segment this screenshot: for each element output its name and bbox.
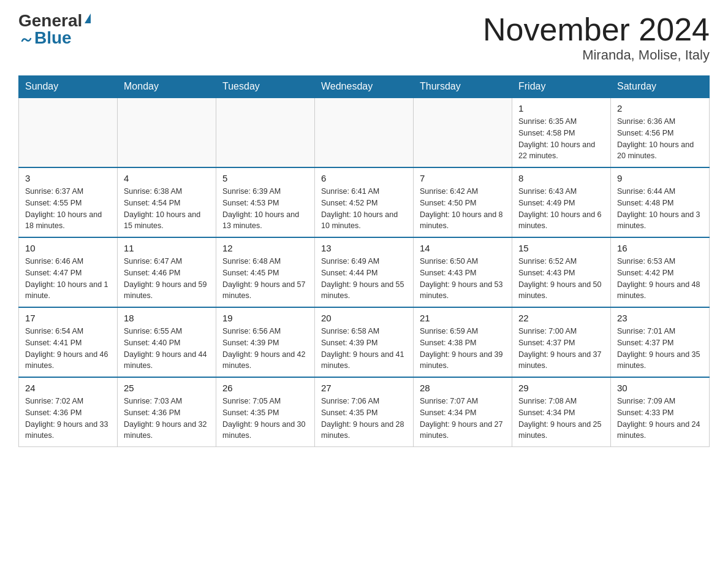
day-info: Sunrise: 6:38 AM Sunset: 4:54 PM Dayligh… — [124, 186, 210, 232]
calendar-cell: 11Sunrise: 6:47 AM Sunset: 4:46 PM Dayli… — [118, 237, 216, 307]
day-number: 9 — [617, 173, 703, 183]
day-number: 4 — [124, 173, 210, 183]
calendar-cell — [19, 98, 118, 167]
calendar-cell: 5Sunrise: 6:39 AM Sunset: 4:53 PM Daylig… — [216, 167, 315, 237]
day-header-tuesday: Tuesday — [216, 76, 315, 98]
day-number: 15 — [518, 243, 604, 253]
day-info: Sunrise: 6:52 AM Sunset: 4:43 PM Dayligh… — [518, 256, 604, 302]
day-info: Sunrise: 7:01 AM Sunset: 4:37 PM Dayligh… — [617, 326, 703, 372]
day-number: 24 — [25, 383, 111, 393]
calendar-cell — [216, 98, 315, 167]
day-number: 1 — [518, 103, 604, 113]
calendar-cell: 24Sunrise: 7:02 AM Sunset: 4:36 PM Dayli… — [19, 377, 118, 447]
day-info: Sunrise: 6:41 AM Sunset: 4:52 PM Dayligh… — [321, 186, 407, 232]
calendar-title: November 2024 — [483, 12, 710, 47]
day-number: 27 — [321, 383, 407, 393]
calendar-cell: 30Sunrise: 7:09 AM Sunset: 4:33 PM Dayli… — [611, 377, 710, 447]
day-number: 3 — [25, 173, 111, 183]
day-header-sunday: Sunday — [19, 76, 118, 98]
logo-general-text: General — [18, 12, 82, 29]
day-number: 18 — [124, 313, 210, 323]
day-info: Sunrise: 6:49 AM Sunset: 4:44 PM Dayligh… — [321, 256, 407, 302]
day-number: 17 — [25, 313, 111, 323]
day-number: 11 — [124, 243, 210, 253]
calendar-cell: 6Sunrise: 6:41 AM Sunset: 4:52 PM Daylig… — [315, 167, 414, 237]
calendar-header-row: SundayMondayTuesdayWednesdayThursdayFrid… — [19, 76, 710, 98]
day-number: 26 — [222, 383, 308, 393]
calendar-cell: 27Sunrise: 7:06 AM Sunset: 4:35 PM Dayli… — [315, 377, 414, 447]
day-info: Sunrise: 7:02 AM Sunset: 4:36 PM Dayligh… — [25, 396, 111, 442]
day-info: Sunrise: 6:50 AM Sunset: 4:43 PM Dayligh… — [420, 256, 506, 302]
calendar-cell: 14Sunrise: 6:50 AM Sunset: 4:43 PM Dayli… — [414, 237, 512, 307]
day-info: Sunrise: 6:44 AM Sunset: 4:48 PM Dayligh… — [617, 186, 703, 232]
day-number: 25 — [124, 383, 210, 393]
calendar-cell: 9Sunrise: 6:44 AM Sunset: 4:48 PM Daylig… — [611, 167, 710, 237]
day-number: 19 — [222, 313, 308, 323]
day-header-monday: Monday — [118, 76, 216, 98]
day-info: Sunrise: 6:43 AM Sunset: 4:49 PM Dayligh… — [518, 186, 604, 232]
calendar-cell: 3Sunrise: 6:37 AM Sunset: 4:55 PM Daylig… — [19, 167, 118, 237]
day-number: 10 — [25, 243, 111, 253]
day-number: 29 — [518, 383, 604, 393]
calendar-cell: 17Sunrise: 6:54 AM Sunset: 4:41 PM Dayli… — [19, 307, 118, 377]
day-number: 28 — [420, 383, 506, 393]
calendar-cell: 4Sunrise: 6:38 AM Sunset: 4:54 PM Daylig… — [118, 167, 216, 237]
day-info: Sunrise: 7:00 AM Sunset: 4:37 PM Dayligh… — [518, 326, 604, 372]
day-info: Sunrise: 6:53 AM Sunset: 4:42 PM Dayligh… — [617, 256, 703, 302]
day-header-wednesday: Wednesday — [315, 76, 414, 98]
day-number: 13 — [321, 243, 407, 253]
logo-blue-text: Blue — [34, 29, 72, 47]
day-number: 30 — [617, 383, 703, 393]
day-info: Sunrise: 6:56 AM Sunset: 4:39 PM Dayligh… — [222, 326, 308, 372]
day-info: Sunrise: 6:55 AM Sunset: 4:40 PM Dayligh… — [124, 326, 210, 372]
calendar-cell: 22Sunrise: 7:00 AM Sunset: 4:37 PM Dayli… — [512, 307, 611, 377]
day-info: Sunrise: 7:06 AM Sunset: 4:35 PM Dayligh… — [321, 396, 407, 442]
calendar-cell: 18Sunrise: 6:55 AM Sunset: 4:40 PM Dayli… — [118, 307, 216, 377]
calendar-cell: 10Sunrise: 6:46 AM Sunset: 4:47 PM Dayli… — [19, 237, 118, 307]
calendar-cell: 7Sunrise: 6:42 AM Sunset: 4:50 PM Daylig… — [414, 167, 512, 237]
day-info: Sunrise: 7:03 AM Sunset: 4:36 PM Dayligh… — [124, 396, 210, 442]
day-number: 22 — [518, 313, 604, 323]
calendar-cell: 28Sunrise: 7:07 AM Sunset: 4:34 PM Dayli… — [414, 377, 512, 447]
day-number: 12 — [222, 243, 308, 253]
calendar-cell: 23Sunrise: 7:01 AM Sunset: 4:37 PM Dayli… — [611, 307, 710, 377]
calendar-cell: 13Sunrise: 6:49 AM Sunset: 4:44 PM Dayli… — [315, 237, 414, 307]
calendar-cell: 1Sunrise: 6:35 AM Sunset: 4:58 PM Daylig… — [512, 98, 611, 167]
day-info: Sunrise: 6:58 AM Sunset: 4:39 PM Dayligh… — [321, 326, 407, 372]
day-info: Sunrise: 6:47 AM Sunset: 4:46 PM Dayligh… — [124, 256, 210, 302]
calendar-cell: 25Sunrise: 7:03 AM Sunset: 4:36 PM Dayli… — [118, 377, 216, 447]
calendar-cell: 29Sunrise: 7:08 AM Sunset: 4:34 PM Dayli… — [512, 377, 611, 447]
day-number: 6 — [321, 173, 407, 183]
week-row-4: 17Sunrise: 6:54 AM Sunset: 4:41 PM Dayli… — [19, 307, 710, 377]
day-number: 14 — [420, 243, 506, 253]
calendar-cell: 20Sunrise: 6:58 AM Sunset: 4:39 PM Dayli… — [315, 307, 414, 377]
day-number: 5 — [222, 173, 308, 183]
day-number: 21 — [420, 313, 506, 323]
day-info: Sunrise: 6:36 AM Sunset: 4:56 PM Dayligh… — [617, 116, 703, 162]
week-row-5: 24Sunrise: 7:02 AM Sunset: 4:36 PM Dayli… — [19, 377, 710, 447]
day-number: 16 — [617, 243, 703, 253]
day-info: Sunrise: 6:37 AM Sunset: 4:55 PM Dayligh… — [25, 186, 111, 232]
calendar-cell — [414, 98, 512, 167]
calendar-cell: 15Sunrise: 6:52 AM Sunset: 4:43 PM Dayli… — [512, 237, 611, 307]
day-header-friday: Friday — [512, 76, 611, 98]
day-info: Sunrise: 6:42 AM Sunset: 4:50 PM Dayligh… — [420, 186, 506, 232]
calendar-cell — [118, 98, 216, 167]
week-row-2: 3Sunrise: 6:37 AM Sunset: 4:55 PM Daylig… — [19, 167, 710, 237]
day-info: Sunrise: 7:05 AM Sunset: 4:35 PM Dayligh… — [222, 396, 308, 442]
day-info: Sunrise: 6:48 AM Sunset: 4:45 PM Dayligh… — [222, 256, 308, 302]
day-number: 23 — [617, 313, 703, 323]
day-info: Sunrise: 6:59 AM Sunset: 4:38 PM Dayligh… — [420, 326, 506, 372]
day-header-saturday: Saturday — [611, 76, 710, 98]
calendar-cell: 26Sunrise: 7:05 AM Sunset: 4:35 PM Dayli… — [216, 377, 315, 447]
day-info: Sunrise: 7:07 AM Sunset: 4:34 PM Dayligh… — [420, 396, 506, 442]
calendar-cell: 19Sunrise: 6:56 AM Sunset: 4:39 PM Dayli… — [216, 307, 315, 377]
day-info: Sunrise: 6:39 AM Sunset: 4:53 PM Dayligh… — [222, 186, 308, 232]
day-header-thursday: Thursday — [414, 76, 512, 98]
day-info: Sunrise: 7:08 AM Sunset: 4:34 PM Dayligh… — [518, 396, 604, 442]
day-info: Sunrise: 6:46 AM Sunset: 4:47 PM Dayligh… — [25, 256, 111, 302]
day-info: Sunrise: 6:54 AM Sunset: 4:41 PM Dayligh… — [25, 326, 111, 372]
calendar-table: SundayMondayTuesdayWednesdayThursdayFrid… — [18, 75, 710, 447]
week-row-1: 1Sunrise: 6:35 AM Sunset: 4:58 PM Daylig… — [19, 98, 710, 167]
calendar-cell — [315, 98, 414, 167]
